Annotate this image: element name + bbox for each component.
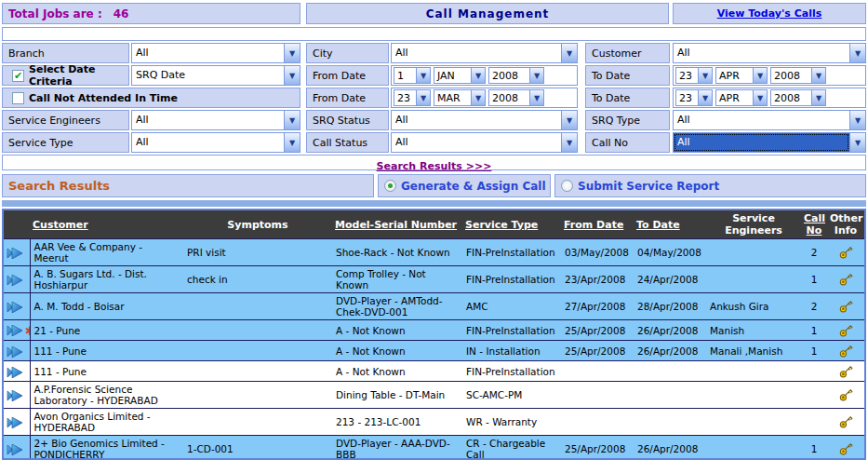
submit-report-option[interactable]: Submit Service Report	[554, 174, 866, 197]
call-status-select[interactable]: All▼	[391, 132, 578, 153]
customer-select[interactable]: All▼	[673, 43, 866, 63]
call-status-label: Call Status	[306, 132, 389, 153]
row-select-cell[interactable]: ✱	[4, 320, 30, 341]
table-row[interactable]: 2+ Bio Genomics Limited - PONDICHERRY1-C…	[4, 436, 864, 460]
other-info-key-icon[interactable]	[838, 323, 853, 338]
cell-symptoms: 1-CD-001	[183, 436, 332, 460]
row-select-cell[interactable]	[4, 293, 30, 320]
table-row[interactable]: A. B. Sugars Ltd. - Dist. Hoshiarpurchec…	[4, 266, 864, 293]
cell-other-info[interactable]	[827, 382, 864, 409]
table-row[interactable]: A.P.Forensic Science Laboratory - HYDERA…	[4, 382, 864, 409]
table-row[interactable]: 111 - PuneA - Not KnownIN - Installation…	[4, 341, 864, 361]
select-date-criteria-checkbox[interactable]	[12, 70, 24, 82]
from-date-2-year-select[interactable]: 2008▼	[488, 89, 544, 106]
city-select[interactable]: All▼	[391, 43, 578, 63]
table-row[interactable]: 111 - PuneA - Not KnownFIN-PreInstallati…	[4, 361, 864, 382]
generate-assign-option[interactable]: Generate & Assign Call	[378, 174, 551, 197]
submit-report-radio[interactable]	[561, 180, 573, 192]
cell-symptoms: check in	[183, 266, 332, 293]
column-header-from_date[interactable]: From Date	[561, 210, 634, 239]
chevron-down-icon: ▼	[529, 68, 543, 83]
row-select-cell[interactable]	[4, 341, 30, 361]
row-arrow-icon[interactable]	[7, 444, 24, 455]
cell-other-info[interactable]	[827, 361, 864, 382]
row-arrow-icon[interactable]	[7, 417, 24, 428]
to-date-1-day-select[interactable]: 23▼	[675, 67, 713, 84]
cell-other-info[interactable]	[827, 320, 864, 341]
table-row[interactable]: A. M. Todd - BoisarDVD-Player - AMTodd-C…	[4, 293, 864, 320]
row-arrow-icon[interactable]	[7, 325, 24, 336]
row-select-cell[interactable]	[4, 239, 30, 266]
to-date-2-month-select[interactable]: APR▼	[715, 89, 768, 106]
other-info-key-icon[interactable]	[838, 344, 853, 359]
row-arrow-icon[interactable]	[7, 248, 24, 259]
other-info-key-icon[interactable]	[838, 441, 853, 456]
service-type-select[interactable]: All▼	[131, 132, 300, 153]
date-criteria-select[interactable]: SRQ Date▼	[131, 65, 300, 86]
branch-select[interactable]: All▼	[131, 43, 300, 63]
generate-assign-radio[interactable]	[384, 180, 396, 192]
cell-engineers: Manali ,Manish	[706, 341, 801, 361]
table-row[interactable]: ✱21 - PuneA - Not KnownFIN-PreInstallati…	[4, 320, 864, 341]
row-select-cell[interactable]	[4, 266, 30, 293]
srq-type-select[interactable]: All▼	[673, 110, 866, 130]
row-arrow-icon[interactable]	[7, 367, 24, 378]
cell-other-info[interactable]	[827, 409, 864, 436]
call-no-select[interactable]: All▼	[673, 132, 866, 153]
other-info-key-icon[interactable]	[838, 387, 853, 402]
table-row[interactable]: AAR Vee & Company - MeerutPRI visitShoe-…	[4, 239, 864, 266]
from-date-1-year-select[interactable]: 2008▼	[488, 67, 544, 84]
column-header-call_no[interactable]: Call No	[801, 210, 827, 239]
call-not-attended-label: Call Not Attended In Time	[29, 92, 178, 104]
cell-call-no	[801, 382, 827, 409]
total-jobs-value: 46	[114, 7, 129, 20]
row-select-cell[interactable]	[4, 382, 30, 409]
total-jobs-panel: Total Jobs are : 46	[2, 3, 300, 24]
row-arrow-icon[interactable]	[7, 346, 24, 358]
other-info-key-icon[interactable]	[838, 414, 853, 429]
search-results-link-row: Search Results >>>	[2, 155, 866, 170]
call-not-attended-checkbox[interactable]	[12, 92, 24, 104]
cell-other-info[interactable]	[827, 293, 864, 320]
cell-customer: A. B. Sugars Ltd. - Dist. Hoshiarpur	[30, 266, 183, 293]
from-date-2-month-select[interactable]: MAR▼	[434, 89, 486, 106]
srq-type-label: SRQ Type	[585, 110, 670, 130]
row-arrow-icon[interactable]	[7, 390, 24, 401]
srq-status-select[interactable]: All▼	[391, 110, 578, 130]
row-select-cell[interactable]	[4, 361, 30, 382]
table-row[interactable]: Avon Organics Limited - HYDERABAD213 - 2…	[4, 409, 864, 436]
from-date-1-month-select[interactable]: JAN▼	[434, 67, 486, 84]
cell-other-info[interactable]	[827, 341, 864, 361]
cell-call-no: 2	[801, 293, 827, 320]
to-date-1-year-select[interactable]: 2008▼	[770, 67, 826, 84]
other-info-key-icon[interactable]	[838, 299, 853, 314]
column-header-service_type[interactable]: Service Type	[462, 210, 561, 239]
column-header-customer[interactable]: Customer	[30, 210, 183, 239]
to-date-2-day-select[interactable]: 23▼	[675, 89, 713, 106]
row-arrow-icon[interactable]	[7, 275, 24, 286]
cell-other-info[interactable]	[827, 266, 864, 293]
other-info-key-icon[interactable]	[838, 245, 853, 260]
other-info-key-icon[interactable]	[838, 272, 853, 287]
cell-other-info[interactable]	[827, 436, 864, 460]
other-info-key-icon[interactable]	[838, 364, 853, 379]
cell-model: DVD-Player - AAA-DVD-BBB	[332, 436, 462, 460]
from-date-2-day-select[interactable]: 23▼	[394, 89, 431, 106]
row-select-cell[interactable]	[4, 409, 30, 436]
cell-to_date: 26/Apr/2008	[634, 320, 706, 341]
cell-service_type: FIN-PreInstallation	[462, 266, 561, 293]
from-date-1-day-select[interactable]: 1▼	[394, 67, 431, 84]
column-header-model[interactable]: Model-Serial Number	[332, 210, 462, 239]
to-date-2-year-select[interactable]: 2008▼	[770, 89, 826, 106]
view-todays-calls-link[interactable]: View Today's Calls	[717, 7, 822, 20]
row-arrow-icon[interactable]	[7, 302, 24, 313]
chevron-down-icon: ▼	[284, 66, 300, 85]
cell-other-info[interactable]	[827, 239, 864, 266]
row-select-cell[interactable]	[4, 436, 30, 460]
cell-to_date	[634, 382, 706, 409]
column-header-to_date[interactable]: To Date	[634, 210, 706, 239]
service-engineers-select[interactable]: All▼	[131, 110, 300, 130]
to-date-1-month-select[interactable]: APR▼	[715, 67, 768, 84]
cell-call-no: 1	[801, 341, 827, 361]
search-results-link[interactable]: Search Results >>>	[377, 160, 492, 172]
